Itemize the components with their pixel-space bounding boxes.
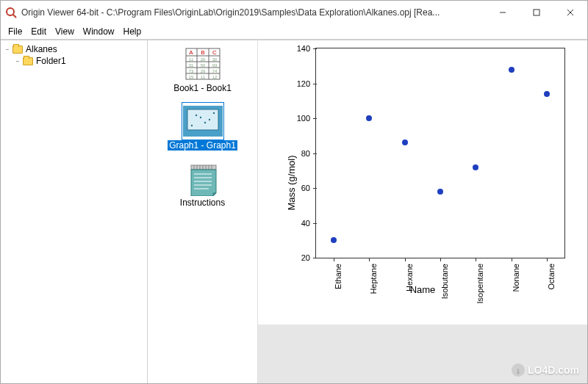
x-axis-title: Name bbox=[410, 284, 436, 295]
svg-text:93: 93 bbox=[212, 63, 217, 68]
data-point bbox=[366, 115, 372, 121]
svg-text:20: 20 bbox=[200, 57, 205, 62]
svg-text:74: 74 bbox=[212, 69, 217, 73]
svg-text:30: 30 bbox=[212, 57, 217, 62]
tree-label: Folder1 bbox=[36, 56, 66, 66]
svg-text:29: 29 bbox=[200, 69, 205, 73]
y-tick: 60 bbox=[301, 184, 316, 192]
minimize-button[interactable] bbox=[486, 1, 520, 23]
x-tick-label: Isopentane bbox=[476, 258, 484, 303]
chart-box: 20406080100120140EthaneHeptaneHexaneIsob… bbox=[315, 48, 565, 258]
folder-contents: A B C 112030 315093 732974 151112 Book1 … bbox=[148, 40, 258, 383]
close-button[interactable] bbox=[553, 1, 587, 23]
collapse-icon[interactable]: − bbox=[4, 46, 11, 53]
maximize-button[interactable] bbox=[520, 1, 553, 23]
graph-icon bbox=[183, 104, 223, 139]
tree-item-child[interactable]: − Folder1 bbox=[12, 55, 146, 67]
y-tick: 40 bbox=[301, 219, 316, 228]
svg-text:73: 73 bbox=[188, 69, 193, 73]
svg-text:50: 50 bbox=[200, 63, 205, 68]
svg-point-33 bbox=[204, 122, 205, 123]
x-tick-label: Heptane bbox=[369, 258, 378, 294]
data-point bbox=[402, 140, 408, 145]
menu-view[interactable]: View bbox=[51, 26, 79, 37]
item-instructions[interactable]: Instructions bbox=[155, 161, 251, 208]
y-axis-title: Mass (g/mol) bbox=[286, 155, 297, 210]
folder-icon bbox=[23, 57, 33, 65]
workbook-icon: A B C 112030 315093 732974 151112 bbox=[183, 46, 223, 81]
project-tree: − Alkanes − Folder1 bbox=[1, 40, 148, 383]
window-title: Origin Viewer 64-bit - C:\Program Files\… bbox=[21, 7, 486, 18]
client-area: − Alkanes − Folder1 A bbox=[1, 40, 587, 383]
menu-window[interactable]: Window bbox=[79, 26, 119, 37]
item-label: Instructions bbox=[180, 198, 225, 208]
svg-rect-36 bbox=[191, 165, 216, 170]
menubar: File Edit View Window Help bbox=[1, 24, 587, 39]
svg-text:11: 11 bbox=[200, 75, 205, 79]
svg-rect-3 bbox=[534, 10, 539, 15]
watermark: ↓ LO4D.com bbox=[512, 363, 579, 377]
svg-text:B: B bbox=[201, 49, 204, 56]
tree-label: Alkanes bbox=[26, 44, 57, 54]
folder-icon bbox=[12, 46, 23, 54]
item-label: Book1 - Book1 bbox=[173, 83, 232, 93]
data-point bbox=[437, 189, 443, 195]
svg-text:12: 12 bbox=[212, 75, 217, 79]
menu-edit[interactable]: Edit bbox=[26, 26, 51, 37]
collapse-icon[interactable]: − bbox=[14, 57, 21, 65]
svg-text:15: 15 bbox=[188, 75, 193, 79]
svg-point-34 bbox=[208, 119, 209, 120]
svg-line-1 bbox=[13, 15, 16, 18]
svg-point-32 bbox=[199, 117, 201, 118]
notes-icon bbox=[183, 161, 223, 196]
svg-text:A: A bbox=[189, 49, 193, 56]
app-window: Origin Viewer 64-bit - C:\Program Files\… bbox=[0, 0, 588, 384]
svg-point-30 bbox=[190, 125, 192, 126]
svg-text:31: 31 bbox=[188, 63, 193, 68]
titlebar: Origin Viewer 64-bit - C:\Program Files\… bbox=[1, 1, 587, 24]
svg-point-0 bbox=[7, 8, 14, 15]
x-tick-label: Nonane bbox=[512, 258, 520, 292]
y-tick: 20 bbox=[301, 253, 316, 262]
tree-item-root[interactable]: − Alkanes bbox=[2, 43, 146, 55]
data-point bbox=[509, 67, 514, 73]
svg-text:C: C bbox=[212, 49, 217, 56]
graph-preview-pane: Mass (g/mol) 20406080100120140EthaneHept… bbox=[258, 40, 587, 383]
y-tick: 120 bbox=[297, 79, 316, 88]
svg-point-31 bbox=[195, 115, 196, 116]
item-book1[interactable]: A B C 112030 315093 732974 151112 Book1 … bbox=[155, 46, 251, 93]
item-label: Graph1 - Graph1 bbox=[168, 140, 237, 151]
menu-file[interactable]: File bbox=[4, 26, 26, 37]
data-point bbox=[544, 91, 550, 97]
svg-text:11: 11 bbox=[188, 57, 193, 62]
menu-help[interactable]: Help bbox=[119, 26, 146, 37]
data-point bbox=[473, 164, 478, 170]
app-icon bbox=[5, 7, 17, 18]
svg-point-35 bbox=[212, 112, 214, 114]
data-point bbox=[331, 237, 337, 243]
y-tick: 100 bbox=[297, 114, 316, 123]
x-tick-label: Octane bbox=[547, 258, 556, 289]
watermark-text: LO4D.com bbox=[528, 364, 579, 376]
x-tick-label: Isobutane bbox=[440, 258, 449, 299]
plot-area: Mass (g/mol) 20406080100120140EthaneHept… bbox=[258, 40, 587, 325]
y-tick: 80 bbox=[301, 149, 316, 158]
x-tick-label: Ethane bbox=[334, 258, 343, 289]
item-graph1[interactable]: Graph1 - Graph1 bbox=[155, 104, 251, 151]
download-icon: ↓ bbox=[512, 363, 525, 377]
y-tick: 140 bbox=[297, 44, 316, 53]
